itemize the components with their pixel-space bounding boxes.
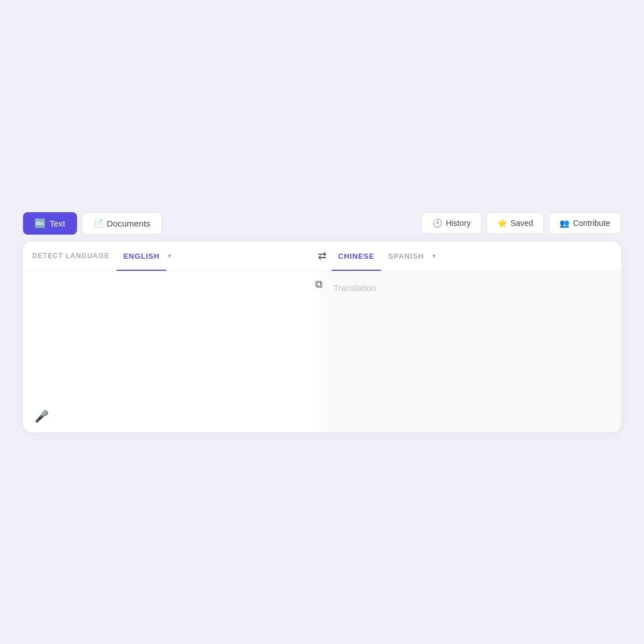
target-lang-dropdown-arrow[interactable]: ▾ bbox=[432, 252, 436, 260]
source-lang-dropdown-arrow[interactable]: ▾ bbox=[168, 252, 171, 260]
swap-icon: ⇄ bbox=[318, 250, 327, 262]
history-label: History bbox=[446, 218, 471, 228]
toolbar-left: 🔤 Text 📄 Documents bbox=[23, 212, 162, 235]
saved-button[interactable]: ⭐ Saved bbox=[486, 212, 545, 234]
target-panel: ⧉ Translation bbox=[322, 271, 621, 432]
chinese-language-tab[interactable]: CHINESE bbox=[331, 241, 381, 271]
history-button[interactable]: 🕐 History bbox=[421, 212, 482, 234]
tab-documents-label: Documents bbox=[107, 218, 151, 228]
language-bar: DETECT LANGUAGE ENGLISH ▾ ⇄ CHINESE SPAN… bbox=[23, 241, 621, 271]
spanish-language-tab[interactable]: SPANISH bbox=[381, 241, 431, 271]
target-lang-bar: CHINESE SPANISH ▾ bbox=[322, 241, 621, 271]
people-icon: 👥 bbox=[559, 218, 569, 228]
translation-panels: 🎤 ⧉ Translation bbox=[23, 271, 621, 432]
microphone-icon: 🎤 bbox=[34, 410, 49, 423]
translation-card: DETECT LANGUAGE ENGLISH ▾ ⇄ CHINESE SPAN… bbox=[23, 241, 621, 432]
copy-button[interactable]: ⧉ bbox=[315, 278, 323, 290]
detect-language-option[interactable]: DETECT LANGUAGE bbox=[32, 241, 116, 270]
source-lang-bar: DETECT LANGUAGE ENGLISH ▾ bbox=[23, 241, 322, 271]
toolbar-right: 🕐 History ⭐ Saved 👥 Contribute bbox=[421, 212, 621, 234]
tab-text-button[interactable]: 🔤 Text bbox=[23, 212, 77, 235]
tab-text-label: Text bbox=[49, 218, 66, 228]
tab-documents-button[interactable]: 📄 Documents bbox=[82, 212, 163, 235]
english-language-tab[interactable]: ENGLISH bbox=[116, 241, 166, 271]
source-panel: 🎤 bbox=[23, 271, 322, 432]
star-icon: ⭐ bbox=[497, 218, 507, 228]
source-input[interactable] bbox=[34, 281, 310, 413]
history-icon: 🕐 bbox=[432, 218, 442, 228]
saved-label: Saved bbox=[511, 218, 534, 228]
toolbar: 🔤 Text 📄 Documents 🕐 History ⭐ Saved 👥 C… bbox=[23, 212, 621, 235]
swap-languages-button[interactable]: ⇄ bbox=[316, 247, 329, 264]
contribute-label: Contribute bbox=[573, 218, 610, 228]
microphone-button[interactable]: 🎤 bbox=[34, 409, 49, 423]
translation-output: Translation bbox=[334, 283, 610, 293]
copy-icon: ⧉ bbox=[315, 278, 323, 290]
contribute-button[interactable]: 👥 Contribute bbox=[549, 212, 621, 234]
document-icon: 📄 bbox=[94, 218, 103, 228]
translate-icon: 🔤 bbox=[34, 218, 46, 229]
